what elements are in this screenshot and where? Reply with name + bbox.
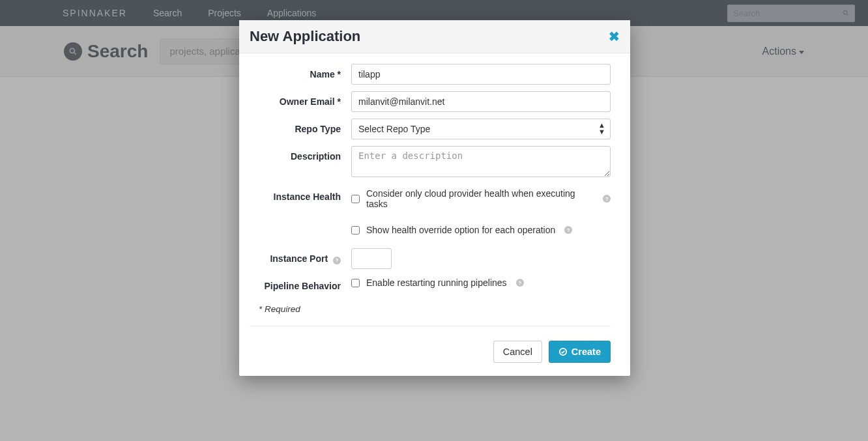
create-button[interactable]: Create bbox=[549, 341, 611, 363]
cancel-button-label: Cancel bbox=[503, 347, 532, 357]
required-note: * Required bbox=[259, 304, 611, 314]
close-icon[interactable]: ✖ bbox=[609, 29, 620, 44]
label-pipeline-behavior: Pipeline Behavior bbox=[250, 276, 351, 296]
pipeline-option[interactable]: Enable restarting running pipelines ? bbox=[351, 276, 611, 294]
help-icon[interactable]: ? bbox=[516, 279, 524, 287]
label-instance-port: Instance Port ? bbox=[250, 248, 351, 269]
health-option-1-label: Consider only cloud provider health when… bbox=[366, 188, 594, 209]
pipeline-option-label: Enable restarting running pipelines bbox=[366, 277, 507, 288]
modal-body: Name * Owner Email * Repo Type Select Re… bbox=[239, 53, 630, 332]
label-description: Description bbox=[250, 146, 351, 167]
label-owner-email: Owner Email * bbox=[250, 91, 351, 112]
label-name: Name * bbox=[250, 64, 351, 85]
new-application-modal: New Application ✖ Name * Owner Email * R… bbox=[239, 20, 630, 376]
cancel-button[interactable]: Cancel bbox=[493, 341, 542, 363]
description-input[interactable] bbox=[351, 146, 611, 177]
check-circle-icon bbox=[558, 347, 568, 356]
health-option-2[interactable]: Show health override option for each ope… bbox=[351, 216, 611, 242]
repo-type-select[interactable]: Select Repo Type bbox=[351, 119, 611, 139]
create-button-label: Create bbox=[571, 347, 601, 357]
owner-email-input[interactable] bbox=[351, 91, 611, 112]
name-input[interactable] bbox=[351, 64, 611, 85]
label-repo-type: Repo Type bbox=[250, 119, 351, 139]
modal-header: New Application ✖ bbox=[239, 20, 630, 53]
pipeline-checkbox[interactable] bbox=[351, 279, 360, 287]
modal-divider bbox=[250, 326, 611, 326]
help-icon[interactable]: ? bbox=[603, 195, 611, 203]
help-icon[interactable]: ? bbox=[564, 226, 572, 234]
modal-footer: Cancel Create bbox=[239, 332, 630, 376]
help-icon[interactable]: ? bbox=[333, 257, 341, 264]
health-option-1[interactable]: Consider only cloud provider health when… bbox=[351, 186, 611, 216]
instance-port-input[interactable] bbox=[351, 248, 392, 269]
health-checkbox-2[interactable] bbox=[351, 226, 360, 235]
health-checkbox-1[interactable] bbox=[351, 195, 360, 203]
health-option-2-label: Show health override option for each ope… bbox=[366, 225, 555, 235]
modal-title: New Application bbox=[250, 28, 360, 45]
label-instance-health: Instance Health bbox=[250, 186, 351, 207]
